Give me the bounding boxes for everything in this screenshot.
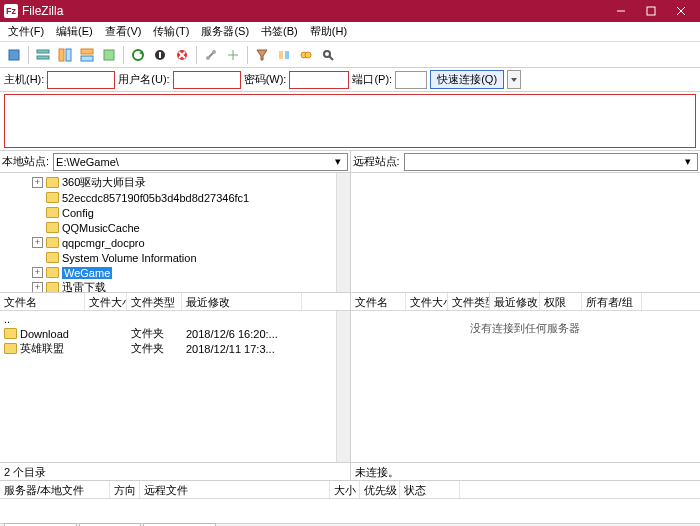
menu-server[interactable]: 服务器(S) [195,22,255,41]
list-item[interactable]: 英雄联盟文件夹2018/12/11 17:3... [0,341,350,356]
chevron-down-icon[interactable]: ▾ [681,155,695,168]
username-input[interactable] [173,71,241,89]
tree-item[interactable]: +迅雷下载 [4,280,346,292]
search-button[interactable] [318,45,338,65]
column-header[interactable]: 最近修改 [490,293,540,310]
tree-label: WeGame [62,267,112,279]
list-item[interactable]: Download文件夹2018/12/6 16:20:... [0,326,350,341]
local-status: 2 个目录 [0,463,351,480]
local-site-label: 本地站点: [2,154,49,169]
menu-help[interactable]: 帮助(H) [304,22,353,41]
svg-point-25 [305,52,311,58]
tree-label: 52eccdc857190f05b3d4bd8d27346fc1 [62,192,249,204]
quickconnect-bar: 主机(H): 用户名(U): 密码(W): 端口(P): 快速连接(Q) [0,68,700,92]
toolbar-separator [28,46,29,64]
column-header[interactable]: 所有者/组 [582,293,642,310]
minimize-button[interactable] [606,0,636,22]
toggle-queue-button[interactable] [99,45,119,65]
remote-tree[interactable] [351,173,701,292]
folder-icon [4,343,17,354]
column-header[interactable]: 文件名 [351,293,406,310]
disconnect-button[interactable] [201,45,221,65]
site-manager-button[interactable] [4,45,24,65]
maximize-button[interactable] [636,0,666,22]
column-header[interactable]: 文件类型 [448,293,490,310]
quickconnect-history-dropdown[interactable] [507,70,521,89]
queue-columns: 服务器/本地文件方向远程文件大小优先级状态 [0,481,700,499]
quickconnect-button[interactable]: 快速连接(Q) [430,70,504,89]
svg-rect-9 [81,49,93,54]
column-header[interactable]: 文件大小 [406,293,448,310]
svg-point-12 [133,50,143,60]
queue-body[interactable] [0,499,700,523]
refresh-button[interactable] [128,45,148,65]
expand-icon[interactable]: + [32,267,43,278]
expand-icon[interactable]: + [32,177,43,188]
column-header[interactable]: 远程文件 [140,481,330,498]
local-tree[interactable]: +360驱动大师目录52eccdc857190f05b3d4bd8d27346f… [0,173,351,292]
list-item[interactable]: .. [0,311,350,326]
column-header[interactable]: 优先级 [360,481,400,498]
tree-item[interactable]: QQMusicCache [4,220,346,235]
toolbar-separator [247,46,248,64]
transfer-queue: 服务器/本地文件方向远程文件大小优先级状态 [0,480,700,523]
tree-item[interactable]: +qqpcmgr_docpro [4,235,346,250]
menu-edit[interactable]: 编辑(E) [50,22,99,41]
password-label: 密码(W): [244,72,287,87]
tree-item[interactable]: +360驱动大师目录 [4,175,346,190]
close-button[interactable] [666,0,696,22]
column-header[interactable]: 最近修改 [182,293,302,310]
tree-label: System Volume Information [62,252,197,264]
menu-bookmarks[interactable]: 书签(B) [255,22,304,41]
toggle-local-tree-button[interactable] [55,45,75,65]
scrollbar[interactable] [336,311,350,462]
tree-item[interactable]: Config [4,205,346,220]
password-input[interactable] [289,71,349,89]
column-header[interactable]: 文件大小 [85,293,127,310]
filter-button[interactable] [252,45,272,65]
tree-label: qqpcmgr_docpro [62,237,145,249]
toggle-remote-tree-button[interactable] [77,45,97,65]
toolbar-separator [123,46,124,64]
local-path-value: E:\WeGame\ [56,156,330,168]
column-header[interactable]: 大小 [330,481,360,498]
local-list-body[interactable]: ..Download文件夹2018/12/6 16:20:...英雄联盟文件夹2… [0,311,350,462]
expand-icon[interactable]: + [32,237,43,248]
menu-view[interactable]: 查看(V) [99,22,148,41]
app-logo-icon: Fz [4,4,18,18]
column-header[interactable]: 服务器/本地文件 [0,481,110,498]
tree-item[interactable]: +WeGame [4,265,346,280]
column-header[interactable]: 权限 [540,293,582,310]
compare-button[interactable] [274,45,294,65]
reconnect-button[interactable] [223,45,243,65]
expand-icon[interactable]: + [32,282,43,292]
tree-panes: +360驱动大师目录52eccdc857190f05b3d4bd8d27346f… [0,172,700,292]
remote-empty-message: 没有连接到任何服务器 [351,321,701,336]
menu-file[interactable]: 文件(F) [2,22,50,41]
remote-path-combo[interactable]: ▾ [404,153,698,171]
remote-path-section: 远程站点: ▾ [351,151,701,172]
column-header[interactable]: 文件名 [0,293,85,310]
menu-transfer[interactable]: 传输(T) [147,22,195,41]
message-log[interactable] [4,94,696,148]
port-input[interactable] [395,71,427,89]
column-header[interactable]: 文件类型 [127,293,182,310]
tree-item[interactable]: System Volume Information [4,250,346,265]
chevron-down-icon[interactable]: ▾ [331,155,345,168]
port-label: 端口(P): [352,72,392,87]
sync-browse-button[interactable] [296,45,316,65]
svg-rect-22 [279,51,283,59]
tree-item[interactable]: 52eccdc857190f05b3d4bd8d27346fc1 [4,190,346,205]
toggle-log-button[interactable] [33,45,53,65]
scrollbar[interactable] [336,173,350,292]
tree-label: 360驱动大师目录 [62,175,146,190]
local-columns: 文件名文件大小文件类型最近修改 [0,293,350,311]
svg-rect-6 [37,56,49,59]
process-queue-button[interactable] [150,45,170,65]
local-path-combo[interactable]: E:\WeGame\ ▾ [53,153,347,171]
remote-list-body[interactable]: 没有连接到任何服务器 [351,311,701,462]
column-header[interactable]: 方向 [110,481,140,498]
column-header[interactable]: 状态 [400,481,460,498]
host-input[interactable] [47,71,115,89]
cancel-button[interactable] [172,45,192,65]
